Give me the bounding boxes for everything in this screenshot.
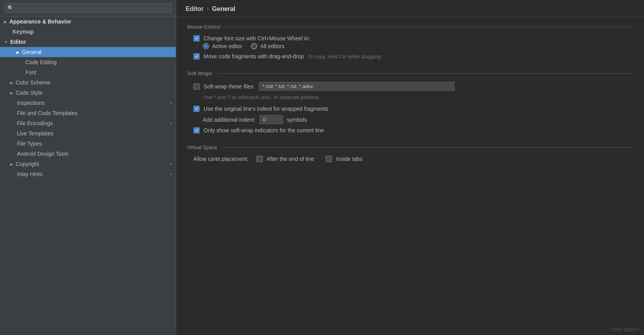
- chevron-placeholder: [4, 142, 8, 146]
- sidebar-item-inlay-hints[interactable]: Inlay Hints ▪: [0, 169, 176, 179]
- chevron-right-icon: ▶: [4, 91, 13, 95]
- chevron-right-icon: ▶: [4, 20, 7, 24]
- chevron-right-icon: ▶: [4, 81, 13, 85]
- sidebar-item-label: Inspections: [11, 100, 170, 106]
- only-show-indicator-checkbox[interactable]: [193, 127, 200, 133]
- breadcrumb-general: General: [212, 5, 236, 13]
- search-input[interactable]: [16, 5, 168, 11]
- file-encodings-badge: ▪: [170, 121, 172, 126]
- inspections-badge: ▪: [170, 100, 172, 106]
- sidebar-item-copyright[interactable]: ▶ Copyright ▪: [0, 159, 176, 169]
- active-editor-radio[interactable]: [203, 43, 209, 49]
- sidebar-item-label: File Encodings: [11, 120, 170, 126]
- add-indent-input[interactable]: [260, 115, 283, 124]
- sidebar-item-label: Inlay Hints: [11, 171, 170, 177]
- soft-wrap-files-row: Soft-wrap these files:: [187, 80, 633, 92]
- chevron-placeholder: [4, 121, 8, 126]
- add-indent-label: Add additional indent:: [203, 117, 256, 123]
- allow-caret-row: Allow caret placement: After the end of …: [187, 154, 633, 164]
- chevron-placeholder: [4, 172, 8, 177]
- soft-wrap-hint: Use * and ? as wildcards and ; to separa…: [204, 94, 319, 100]
- search-icon: 🔍: [7, 5, 14, 11]
- sidebar-item-appearance[interactable]: ▶ Appearance & Behavior: [0, 16, 176, 27]
- chevron-placeholder: [4, 60, 11, 65]
- sidebar-item-code-style[interactable]: ▶ Code Style: [0, 88, 176, 98]
- soft-wrap-input[interactable]: [259, 82, 455, 91]
- main-content: Editor › General Mouse Control Change fo…: [176, 0, 644, 335]
- sidebar-item-editor[interactable]: ▼ Editor: [0, 37, 176, 47]
- sidebar-item-label: Code Editing: [13, 59, 172, 65]
- all-editors-radio[interactable]: [251, 43, 257, 49]
- sidebar-item-inspections[interactable]: Inspections ▪: [0, 98, 176, 108]
- inlay-hints-badge: ▪: [170, 171, 172, 177]
- only-show-indicator-label: Only show soft-wrap indicators for the c…: [204, 127, 324, 133]
- breadcrumb-separator: ›: [207, 5, 209, 13]
- sidebar-item-file-code-templates[interactable]: File and Code Templates: [0, 108, 176, 118]
- sidebar-item-color-scheme[interactable]: ▶ Color Scheme: [0, 77, 176, 88]
- copyright-badge: ▪: [170, 161, 172, 167]
- move-code-checkbox[interactable]: [193, 53, 200, 59]
- mouse-control-title: Mouse Control: [187, 24, 633, 30]
- chevron-placeholder: [4, 101, 8, 105]
- add-indent-row: Add additional indent: symbols: [187, 113, 633, 126]
- chevron-down-icon: ▼: [4, 40, 8, 44]
- sidebar-item-label: File and Code Templates: [11, 110, 172, 116]
- sidebar-item-label: Editor: [10, 39, 172, 45]
- sidebar-item-live-templates[interactable]: Live Templates: [0, 128, 176, 139]
- change-font-size-label: Change font size with Ctrl+Mouse Wheel i…: [204, 35, 310, 41]
- active-editor-label: Active editor: [212, 43, 242, 49]
- sidebar-item-label: File Types: [11, 140, 172, 147]
- change-font-size-row: Change font size with Ctrl+Mouse Wheel i…: [187, 34, 633, 43]
- sidebar-item-label: Copyright: [16, 161, 170, 167]
- all-editors-option[interactable]: All editors: [251, 43, 284, 49]
- change-font-size-checkbox[interactable]: [193, 35, 200, 41]
- chevron-placeholder: [4, 152, 8, 156]
- search-input-wrap[interactable]: 🔍: [4, 3, 172, 13]
- allow-caret-label: Allow caret placement:: [193, 156, 249, 162]
- after-end-checkbox[interactable]: [256, 156, 263, 162]
- sidebar-item-label: Keymap: [6, 29, 172, 35]
- move-code-hint: To copy, hold Ctrl while dragging: [308, 54, 381, 59]
- only-show-indicator-row: Only show soft-wrap indicators for the c…: [187, 126, 633, 135]
- sidebar-item-code-editing[interactable]: Code Editing: [0, 57, 176, 67]
- sidebar: 🔍 ▶ Appearance & Behavior Keymap ▼ Edito…: [0, 0, 176, 335]
- sidebar-item-keymap[interactable]: Keymap: [0, 27, 176, 37]
- chevron-placeholder: [4, 131, 8, 136]
- move-code-label: Move code fragments with drag-and-drop: [204, 53, 304, 59]
- active-editor-option[interactable]: Active editor: [203, 43, 242, 49]
- use-original-indent-row: Use the original line's indent for wrapp…: [187, 104, 633, 113]
- sidebar-item-label: Live Templates: [11, 130, 172, 137]
- sidebar-item-file-encodings[interactable]: File Encodings ▪: [0, 118, 176, 128]
- sidebar-item-font[interactable]: Font: [0, 67, 176, 77]
- watermark: CSDN @DKPT: [610, 327, 639, 332]
- chevron-right-icon: ▶: [4, 162, 13, 166]
- move-code-row: Move code fragments with drag-and-drop T…: [187, 52, 633, 61]
- soft-wraps-section: Soft Wraps Soft-wrap these files: Use * …: [187, 70, 633, 135]
- content-area: Mouse Control Change font size with Ctrl…: [176, 17, 644, 171]
- sidebar-item-label: Font: [13, 69, 172, 76]
- sidebar-item-label: Appearance & Behavior: [9, 18, 172, 25]
- inside-tabs-checkbox[interactable]: [326, 156, 332, 162]
- sidebar-item-android-design-tools[interactable]: Android Design Tools: [0, 149, 176, 159]
- soft-wraps-title: Soft Wraps: [187, 70, 633, 76]
- breadcrumb: Editor › General: [176, 0, 644, 17]
- sidebar-item-file-types[interactable]: File Types: [0, 139, 176, 149]
- after-end-label: After the end of line: [267, 156, 314, 162]
- use-original-indent-label: Use the original line's indent for wrapp…: [204, 106, 328, 112]
- sidebar-item-label: Color Scheme: [16, 79, 172, 86]
- sidebar-item-label: General: [22, 49, 172, 55]
- mouse-control-section: Mouse Control Change font size with Ctrl…: [187, 24, 633, 61]
- chevron-placeholder: [4, 111, 8, 115]
- chevron-right-icon: ▶: [4, 50, 20, 54]
- breadcrumb-editor: Editor: [186, 5, 204, 13]
- virtual-space-title: Virtual Space: [187, 144, 633, 150]
- sidebar-item-general[interactable]: ▶ General: [0, 47, 176, 57]
- sidebar-item-label: Android Design Tools: [11, 151, 172, 157]
- use-original-indent-checkbox[interactable]: [193, 106, 200, 112]
- soft-wrap-label: Soft-wrap these files:: [204, 83, 255, 90]
- all-editors-label: All editors: [260, 43, 284, 49]
- soft-wrap-checkbox[interactable]: [193, 83, 200, 90]
- editor-scope-radio-group: Active editor All editors: [187, 43, 633, 49]
- inside-tabs-label: Inside tabs: [336, 156, 363, 162]
- virtual-space-section: Virtual Space Allow caret placement: Aft…: [187, 144, 633, 164]
